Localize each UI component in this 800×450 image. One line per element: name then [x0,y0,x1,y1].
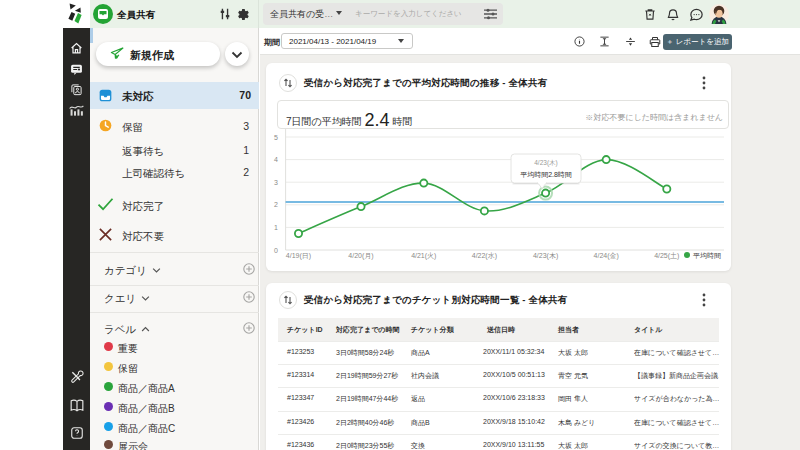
svg-text:4/24(金): 4/24(金) [594,252,619,260]
svg-text:5: 5 [274,134,278,141]
svg-text:4/20(月): 4/20(月) [348,252,373,260]
svg-text:2: 2 [274,201,278,208]
svg-text:4/22(水): 4/22(水) [472,252,497,260]
svg-text:3: 3 [274,179,278,186]
svg-text:4/23(木): 4/23(木) [534,159,557,167]
svg-text:4/25(土): 4/25(土) [654,252,679,260]
svg-text:4: 4 [274,156,278,163]
svg-text:平均時間: 平均時間 [693,252,721,260]
svg-text:4/21(火): 4/21(火) [411,252,436,260]
svg-text:4/19(日): 4/19(日) [286,252,311,260]
svg-text:0: 0 [274,247,278,254]
svg-text:4/23(木): 4/23(木) [533,252,558,260]
svg-text:平均時間2.8時間: 平均時間2.8時間 [520,171,572,179]
svg-text:1: 1 [274,224,278,231]
